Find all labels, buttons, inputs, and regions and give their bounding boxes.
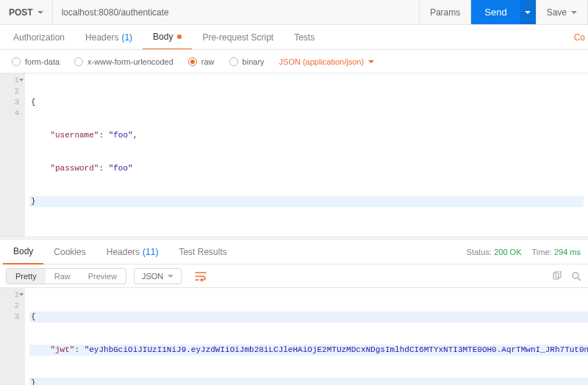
unsaved-dot-icon	[177, 35, 182, 39]
save-button[interactable]: Save	[537, 0, 588, 24]
time-value: 294 ms	[554, 248, 581, 256]
editor-code[interactable]: { "jwt": "eyJhbGciOiJIUzI1NiJ9.eyJzdWIiO…	[25, 288, 588, 385]
status-value: 200 OK	[494, 248, 521, 256]
copy-button[interactable]	[551, 270, 563, 282]
line-number: 4	[0, 108, 25, 119]
svg-line-3	[578, 278, 581, 281]
params-button[interactable]: Params	[420, 0, 471, 24]
tab-response-cookies[interactable]: Cookies	[43, 240, 96, 265]
tab-tests[interactable]: Tests	[284, 25, 325, 50]
http-method-label: POST	[9, 7, 33, 18]
response-toolbar: Pretty Raw Preview JSON	[0, 265, 588, 288]
line-number: 3	[0, 97, 25, 108]
svg-point-2	[573, 273, 578, 278]
line-number: 1	[0, 289, 25, 301]
status-label: Status:	[467, 248, 492, 256]
search-button[interactable]	[570, 270, 582, 282]
response-body-editor[interactable]: 1 2 3 { "jwt": "eyJhbGciOiJIUzI1NiJ9.eyJ…	[0, 288, 588, 385]
request-body-editor[interactable]: 1 2 3 4 { "username": "foo", "password":…	[0, 73, 588, 237]
send-dropdown-button[interactable]	[520, 0, 537, 24]
request-tabs: Authorization Headers (1) Body Pre-reque…	[0, 25, 588, 50]
body-type-raw[interactable]: raw	[182, 57, 220, 66]
view-mode-group: Pretty Raw Preview	[6, 268, 126, 284]
chevron-down-icon	[571, 11, 577, 14]
radio-icon	[74, 57, 83, 66]
tab-prerequest[interactable]: Pre-request Script	[192, 25, 284, 50]
chevron-down-icon	[37, 11, 43, 14]
request-url-text: localhost:8080/authenticate	[62, 7, 169, 18]
view-preview-button[interactable]: Preview	[79, 269, 126, 284]
body-type-row: form-data x-www-form-urlencoded raw bina…	[0, 50, 588, 73]
request-bar: POST localhost:8080/authenticate Params …	[0, 0, 588, 25]
view-raw-button[interactable]: Raw	[46, 269, 79, 284]
wrap-lines-icon	[195, 271, 207, 281]
time-label: Time:	[531, 248, 551, 256]
response-format-select[interactable]: JSON	[134, 268, 182, 284]
radio-icon	[12, 57, 21, 66]
editor-code[interactable]: { "username": "foo", "password": "foo" }	[25, 73, 588, 237]
body-type-urlencoded[interactable]: x-www-form-urlencoded	[68, 57, 179, 66]
request-tabs-overflow[interactable]: Co	[574, 32, 585, 43]
chevron-down-icon	[525, 11, 531, 14]
line-number: 2	[0, 301, 25, 312]
line-number: 1	[0, 75, 25, 86]
headers-count-badge: (1)	[121, 32, 132, 43]
body-type-form-data[interactable]: form-data	[6, 57, 65, 66]
send-button[interactable]: Send	[471, 0, 520, 24]
chevron-down-icon	[168, 275, 173, 278]
tab-response-tests[interactable]: Test Results	[168, 240, 237, 265]
body-type-binary[interactable]: binary	[223, 57, 270, 66]
tab-headers[interactable]: Headers (1)	[75, 25, 143, 50]
line-number: 3	[0, 312, 25, 323]
response-toolbar-right	[551, 270, 582, 282]
editor-gutter: 1 2 3	[0, 288, 25, 385]
http-method-select[interactable]: POST	[0, 0, 53, 24]
line-number: 2	[0, 86, 25, 97]
chevron-down-icon	[368, 60, 374, 63]
tab-authorization[interactable]: Authorization	[3, 25, 75, 50]
tab-body[interactable]: Body	[143, 25, 192, 50]
editor-gutter: 1 2 3 4	[0, 73, 25, 237]
radio-icon	[188, 57, 197, 66]
copy-icon	[552, 271, 562, 281]
search-icon	[571, 271, 581, 281]
content-type-select[interactable]: JSON (application/json)	[273, 57, 381, 66]
view-pretty-button[interactable]: Pretty	[7, 269, 46, 284]
request-url-input[interactable]: localhost:8080/authenticate	[53, 0, 420, 24]
response-stats: Status: 200 OK Time: 294 ms	[467, 247, 585, 257]
radio-icon	[229, 57, 238, 66]
tab-response-headers[interactable]: Headers (11)	[96, 240, 169, 265]
app-root: POST localhost:8080/authenticate Params …	[0, 0, 588, 385]
tab-response-body[interactable]: Body	[3, 240, 43, 265]
wrap-lines-button[interactable]	[189, 270, 212, 283]
response-tabs: Body Cookies Headers (11) Test Results S…	[0, 240, 588, 265]
headers-count-badge: (11)	[143, 247, 158, 257]
